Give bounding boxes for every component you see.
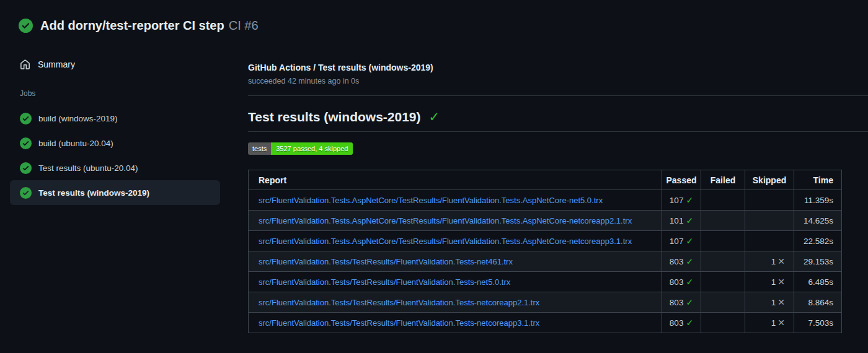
time-cell: 22.582s [794,231,842,251]
table-row: src/FluentValidation.Tests.AspNetCore/Te… [249,190,842,211]
skipped-cell [745,231,794,251]
report-link[interactable]: src/FluentValidation.Tests.AspNetCore/Te… [259,196,603,205]
jobs-section-label: Jobs [10,89,248,98]
failed-cell [701,190,745,211]
passed-check-icon: ✓ [686,318,693,328]
passed-cell: 101✓ [662,211,701,231]
table-row: src/FluentValidation.Tests/TestResults/F… [249,251,842,272]
passed-cell: 803✓ [662,313,701,333]
time-cell: 29.153s [794,251,842,272]
check-circle-icon [20,113,32,124]
col-header-skipped: Skipped [745,170,794,190]
report-heading: Test results (windows-2019) ✓ [248,108,868,132]
page-title: Add dorny/test-reporter CI stepCI #6 [40,16,259,35]
home-icon [20,59,30,70]
job-label: build (windows-2019) [38,114,118,123]
passed-check-icon: ✓ [686,195,693,205]
skipped-cell: 1✕ [745,272,794,292]
skipped-cell: 1✕ [745,251,794,272]
failed-cell [701,251,745,272]
col-header-time: Time [794,170,842,190]
time-cell: 8.864s [794,292,842,313]
col-header-report: Report [249,170,662,190]
table-row: src/FluentValidation.Tests.AspNetCore/Te… [249,211,842,231]
summary-label: Summary [38,59,75,69]
results-table: Report Passed Failed Skipped Time src/Fl… [248,170,842,333]
sidebar-job-item[interactable]: Test results (ubuntu-20.04) [10,155,220,180]
table-row: src/FluentValidation.Tests/TestResults/F… [249,272,842,292]
skipped-cell: 1✕ [745,292,794,313]
skipped-x-icon: ✕ [777,318,785,328]
report-link[interactable]: src/FluentValidation.Tests/TestResults/F… [259,318,539,328]
time-cell: 11.359s [794,190,842,211]
report-heading-text: Test results (windows-2019) [248,108,421,126]
report-link[interactable]: src/FluentValidation.Tests.AspNetCore/Te… [259,216,632,225]
sidebar-job-item[interactable]: build (windows-2019) [10,106,220,131]
table-row: src/FluentValidation.Tests.AspNetCore/Te… [249,231,842,251]
main-content: GitHub Actions / Test results (windows-2… [248,53,868,333]
run-number: CI #6 [229,19,259,32]
skipped-x-icon: ✕ [777,256,785,266]
passed-check-icon: ✓ [686,256,693,266]
check-circle-icon [19,19,33,33]
sidebar-job-item[interactable]: build (ubuntu-20.04) [10,131,220,155]
skipped-cell: 1✕ [745,313,794,333]
passed-check-icon: ✓ [686,236,693,246]
passed-check-icon: ✓ [686,277,693,287]
failed-cell [701,211,745,231]
passed-cell: 803✓ [662,292,701,313]
skipped-cell [745,190,794,211]
skipped-cell [745,211,794,231]
passed-check-icon: ✓ [686,297,693,307]
time-cell: 7.503s [794,313,842,333]
table-row: src/FluentValidation.Tests/TestResults/F… [249,292,842,313]
time-cell: 6.485s [794,272,842,292]
job-label: Test results (ubuntu-20.04) [38,163,138,173]
sidebar: Summary Jobs build (windows-2019) build … [0,53,248,205]
jobs-list: build (windows-2019) build (ubuntu-20.04… [10,106,248,205]
run-title-text: Add dorny/test-reporter CI step [40,19,224,32]
report-link[interactable]: src/FluentValidation.Tests/TestResults/F… [259,298,539,307]
failed-cell [701,231,745,251]
failed-cell [701,292,745,313]
check-run-status: succeeded 42 minutes ago in 0s [248,76,868,86]
time-cell: 14.625s [794,211,842,231]
sidebar-item-summary[interactable]: Summary [10,53,220,76]
passed-cell: 107✓ [662,190,701,211]
check-circle-icon [20,187,32,199]
heading-check-icon: ✓ [429,108,440,126]
failed-cell [701,272,745,292]
job-label: build (ubuntu-20.04) [38,139,113,148]
skipped-x-icon: ✕ [777,297,785,307]
table-row: src/FluentValidation.Tests/TestResults/F… [249,313,842,333]
passed-cell: 803✓ [662,272,701,292]
tests-badge: tests 3527 passed, 4 skipped [248,142,353,155]
col-header-failed: Failed [701,170,745,190]
sidebar-job-item[interactable]: Test results (windows-2019) [10,180,220,205]
table-header-row: Report Passed Failed Skipped Time [249,170,842,190]
check-circle-icon [20,137,32,149]
check-run-page: Add dorny/test-reporter CI stepCI #6 Sum… [0,0,868,353]
badge-value: 3527 passed, 4 skipped [271,142,353,155]
passed-cell: 803✓ [662,251,701,272]
report-link[interactable]: src/FluentValidation.Tests/TestResults/F… [259,257,513,266]
col-header-passed: Passed [662,170,701,190]
report-link[interactable]: src/FluentValidation.Tests/TestResults/F… [259,277,510,287]
check-run-title: GitHub Actions / Test results (windows-2… [248,62,868,73]
failed-cell [701,313,745,333]
layout: Summary Jobs build (windows-2019) build … [0,53,868,333]
passed-check-icon: ✓ [686,216,693,225]
skipped-x-icon: ✕ [777,277,785,287]
results-table-body: src/FluentValidation.Tests.AspNetCore/Te… [249,190,842,333]
report-link[interactable]: src/FluentValidation.Tests.AspNetCore/Te… [259,237,632,246]
header-divider [248,95,868,96]
passed-cell: 107✓ [662,231,701,251]
job-label: Test results (windows-2019) [38,188,149,198]
check-circle-icon [20,162,32,174]
badge-label: tests [248,142,271,155]
run-header: Add dorny/test-reporter CI stepCI #6 [0,0,868,35]
